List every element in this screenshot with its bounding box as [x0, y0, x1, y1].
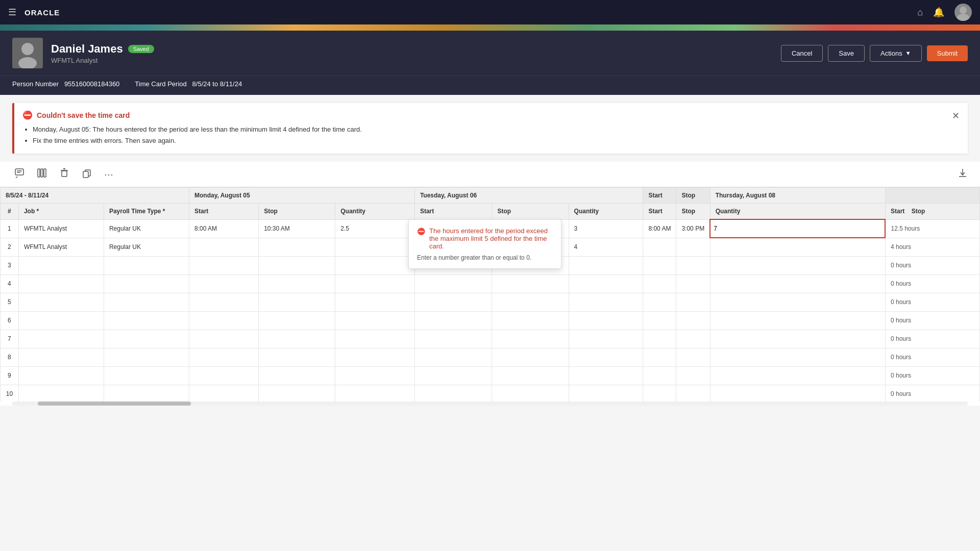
sub-header: Person Number 955160008184360 Time Card …: [0, 76, 980, 95]
total-cell: 12.5 hours: [885, 219, 979, 238]
monday-header: Monday, August 05: [189, 188, 415, 204]
job-header: Job *: [18, 204, 104, 220]
payroll-type-cell[interactable]: Regular UK: [104, 238, 189, 256]
actions-label: Actions: [880, 49, 902, 57]
table-row: 100 hours: [1, 385, 980, 402]
total-cell: 4 hours: [885, 238, 979, 256]
tooltip-error-icon: ⛔: [417, 228, 425, 235]
total-header: [885, 188, 979, 204]
wed-stop-col: Stop: [676, 204, 710, 220]
svg-point-3: [21, 43, 34, 55]
bell-icon[interactable]: 🔔: [933, 7, 944, 18]
wed-start-col: Start: [643, 204, 676, 220]
submit-button[interactable]: Submit: [927, 45, 968, 61]
horizontal-scrollbar[interactable]: [12, 402, 968, 406]
job-cell[interactable]: WFMTL Analyst: [18, 219, 104, 238]
tue-qty-cell[interactable]: 4: [569, 238, 643, 256]
wed-stop-header: Stop: [676, 188, 710, 204]
more-icon[interactable]: ⋯: [102, 167, 115, 182]
mon-qty-cell[interactable]: 2.5: [335, 219, 415, 238]
close-error-button[interactable]: ✕: [952, 110, 960, 121]
scrollbar-thumb[interactable]: [38, 402, 191, 406]
row-num: 10: [1, 385, 19, 402]
table-row: 70 hours: [1, 330, 980, 348]
wed-start-cell[interactable]: [643, 238, 676, 256]
delete-icon[interactable]: [57, 166, 71, 183]
mon-qty-cell[interactable]: [335, 238, 415, 256]
error-icon: ⛔: [22, 110, 33, 120]
error-title: ⛔ Couldn't save the time card: [22, 110, 958, 120]
wed-start-header: Start: [643, 188, 676, 204]
decorative-banner: [0, 24, 980, 31]
mon-start-cell[interactable]: 8:00 AM: [189, 219, 259, 238]
oracle-logo: ORACLE: [24, 8, 60, 17]
wed-start-cell[interactable]: 8:00 AM: [643, 219, 676, 238]
svg-line-6: [16, 177, 17, 178]
cancel-button[interactable]: Cancel: [781, 45, 823, 62]
row-num: 1: [1, 219, 19, 238]
row-num: 6: [1, 311, 19, 330]
svg-rect-5: [15, 169, 23, 175]
thu-qty-cell[interactable]: [710, 238, 885, 256]
payroll-type-cell[interactable]: Regular UK: [104, 219, 189, 238]
user-avatar[interactable]: [954, 4, 972, 21]
employee-info: Daniel James Saved WFMTL Analyst: [51, 42, 154, 64]
tue-start-header: Start: [414, 204, 492, 220]
error-item-2: Fix the time entries with errors. Then s…: [33, 135, 958, 146]
menu-icon[interactable]: ☰: [8, 7, 16, 18]
total-col-header: Start Stop: [885, 204, 979, 220]
employee-name-row: Daniel James Saved: [51, 42, 154, 56]
svg-point-1: [957, 14, 969, 21]
mon-stop-cell[interactable]: 10:30 AM: [259, 219, 335, 238]
error-list: Monday, August 05: The hours entered for…: [22, 124, 958, 146]
person-number-value: 955160008184360: [64, 80, 119, 88]
copy-icon[interactable]: [80, 166, 94, 183]
mon-start-cell[interactable]: [189, 238, 259, 256]
row-num: 8: [1, 348, 19, 366]
tooltip-info: Enter a number greater than or equal to …: [417, 254, 553, 261]
svg-rect-9: [38, 169, 40, 177]
actions-button[interactable]: Actions ▼: [870, 45, 922, 62]
nav-right: ⌂ 🔔: [917, 4, 972, 21]
employee-photo: [12, 38, 43, 68]
thu-qty-input-cell[interactable]: [710, 219, 885, 238]
top-nav: ☰ ORACLE ⌂ 🔔: [0, 0, 980, 24]
mon-stop-cell[interactable]: [259, 238, 335, 256]
mon-stop-header: Stop: [259, 204, 335, 220]
wed-stop-cell[interactable]: 3:00 PM: [676, 219, 710, 238]
table-row: 90 hours: [1, 366, 980, 385]
tue-qty-cell[interactable]: 3: [569, 219, 643, 238]
row-num: 7: [1, 330, 19, 348]
row-num: 4: [1, 274, 19, 293]
svg-rect-10: [41, 169, 43, 177]
employee-name: Daniel James: [51, 42, 123, 56]
time-card-period-value: 8/5/24 to 8/11/24: [192, 80, 242, 88]
toolbar: ⋯: [0, 162, 980, 187]
tue-stop-header: Stop: [492, 204, 569, 220]
tooltip-popover: ⛔ The hours entered for the period excee…: [408, 219, 561, 269]
job-cell[interactable]: WFMTL Analyst: [18, 238, 104, 256]
error-banner: ✕ ⛔ Couldn't save the time card Monday, …: [12, 103, 968, 154]
saved-badge: Saved: [128, 45, 154, 53]
row-num-header: #: [1, 204, 19, 220]
person-number-label: Person Number 955160008184360: [12, 80, 119, 88]
tuesday-header: Tuesday, August 06: [414, 188, 643, 204]
row-num: 3: [1, 256, 19, 274]
wed-stop-cell[interactable]: [676, 238, 710, 256]
table-row: 60 hours: [1, 311, 980, 330]
header-actions: Cancel Save Actions ▼ Submit: [781, 45, 968, 62]
columns-icon[interactable]: [35, 166, 49, 183]
thu-qty-header: Quantity: [710, 204, 885, 220]
thursday-header: Thursday, August 08: [710, 188, 885, 204]
save-button[interactable]: Save: [828, 45, 865, 62]
home-icon[interactable]: ⌂: [917, 7, 923, 18]
thu-qty-input[interactable]: [714, 225, 881, 232]
table-row: 80 hours: [1, 348, 980, 366]
svg-rect-16: [83, 171, 88, 178]
svg-rect-12: [62, 171, 67, 177]
time-card-period-label: Time Card Period 8/5/24 to 8/11/24: [135, 80, 242, 88]
date-range-header: 8/5/24 - 8/11/24: [1, 188, 189, 204]
download-icon[interactable]: [958, 168, 968, 181]
error-item-1: Monday, August 05: The hours entered for…: [33, 124, 958, 135]
comment-icon[interactable]: [12, 166, 27, 183]
